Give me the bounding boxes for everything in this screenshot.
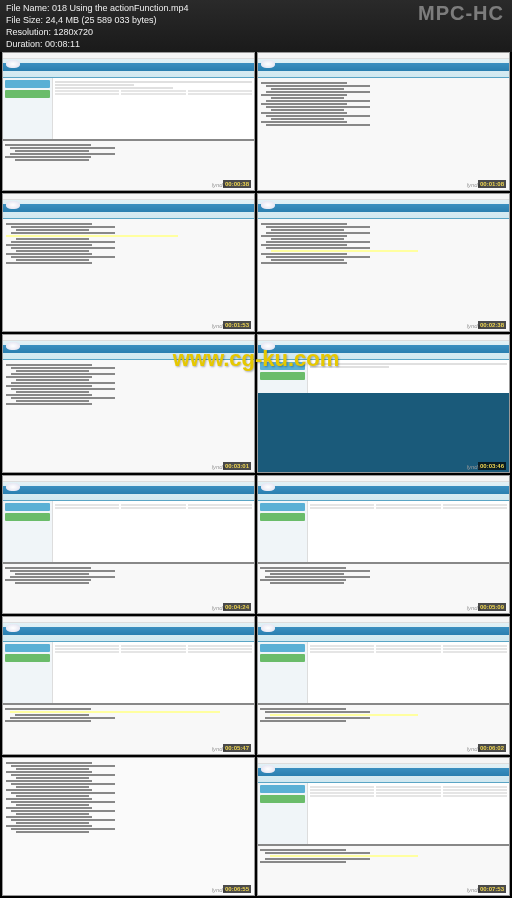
salesforce-logo-icon: [261, 765, 275, 773]
timestamp: 00:06:55: [223, 885, 251, 893]
thumbnail-9[interactable]: lynda 00:05:47: [2, 616, 255, 755]
timestamp: 00:03:01: [223, 462, 251, 470]
timestamp: 00:01:53: [223, 321, 251, 329]
timestamp: 00:06:02: [478, 744, 506, 752]
salesforce-logo-icon: [6, 201, 20, 209]
thumbnail-11[interactable]: lynda 00:06:55: [2, 757, 255, 896]
salesforce-logo-icon: [6, 624, 20, 632]
thumbnail-5[interactable]: lynda 00:03:01: [2, 334, 255, 473]
thumbnail-12[interactable]: lynda 00:07:53: [257, 757, 510, 896]
timestamp: 00:07:53: [478, 885, 506, 893]
salesforce-logo-icon: [261, 201, 275, 209]
timestamp: 00:05:09: [478, 603, 506, 611]
thumbnail-10[interactable]: lynda 00:06:02: [257, 616, 510, 755]
salesforce-logo-icon: [261, 60, 275, 68]
player-brand-label: MPC-HC: [418, 2, 504, 25]
timestamp: 00:02:38: [478, 321, 506, 329]
thumbnail-3[interactable]: lynda 00:01:53: [2, 193, 255, 332]
duration-row: Duration: 00:08:11: [6, 38, 506, 50]
salesforce-logo-icon: [6, 483, 20, 491]
salesforce-logo-icon: [261, 483, 275, 491]
thumbnail-7[interactable]: lynda 00:04:24: [2, 475, 255, 614]
resolution-row: Resolution: 1280x720: [6, 26, 506, 38]
timestamp: 00:00:38: [223, 180, 251, 188]
timestamp: 00:05:47: [223, 744, 251, 752]
timestamp: 00:01:08: [478, 180, 506, 188]
thumbnail-grid: lynda 00:00:38 lynda 00:01:08 lynda 00:0…: [0, 50, 512, 898]
thumbnail-4[interactable]: lynda 00:02:38: [257, 193, 510, 332]
salesforce-logo-icon: [6, 60, 20, 68]
thumbnail-6[interactable]: lynda 00:03:46: [257, 334, 510, 473]
salesforce-logo-icon: [6, 342, 20, 350]
salesforce-logo-icon: [261, 624, 275, 632]
thumbnail-2[interactable]: lynda 00:01:08: [257, 52, 510, 191]
timestamp: 00:03:46: [478, 462, 506, 470]
salesforce-logo-icon: [261, 342, 275, 350]
thumbnail-1[interactable]: lynda 00:00:38: [2, 52, 255, 191]
thumbnail-8[interactable]: lynda 00:05:09: [257, 475, 510, 614]
timestamp: 00:04:24: [223, 603, 251, 611]
